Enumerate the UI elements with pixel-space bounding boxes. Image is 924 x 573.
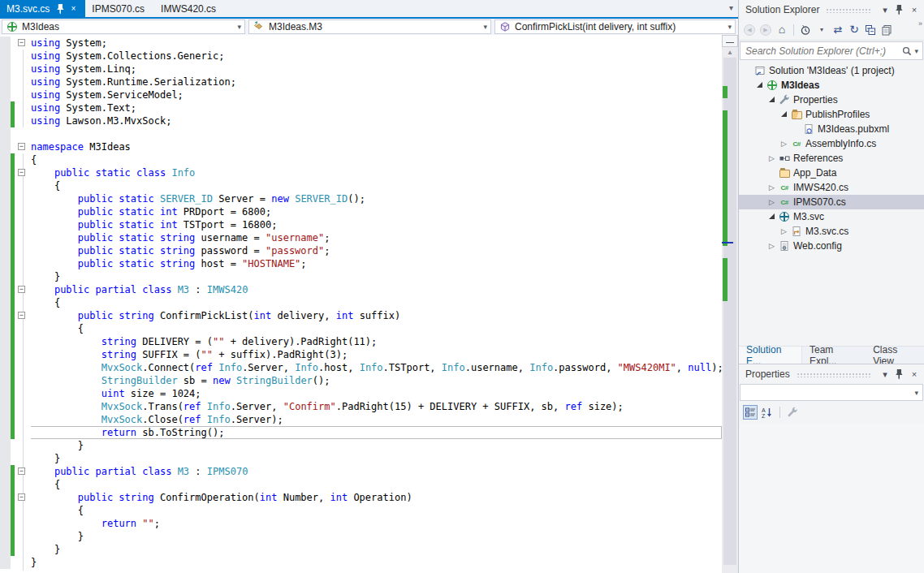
tree-item-m3ideas-pubxml[interactable]: M3Ideas.pubxml [739, 122, 924, 136]
categorized-icon[interactable] [743, 405, 758, 420]
close-icon[interactable]: × [67, 4, 79, 13]
history-chevron-icon[interactable]: ▾ [814, 23, 829, 37]
code-line[interactable]: string SUFFIX = ("" + suffix).PadRight(3… [0, 348, 722, 361]
code-line[interactable]: { [0, 322, 722, 335]
chevron-down-icon[interactable]: ▾ [480, 23, 487, 31]
code-line[interactable]: return ""; [0, 517, 722, 530]
code-line[interactable]: public static string password = "passwor… [0, 244, 722, 257]
pin-icon[interactable] [893, 4, 906, 15]
code-editor[interactable]: −using System;using System.Collections.G… [0, 35, 738, 573]
editor-scrollbar[interactable]: ▲ [722, 35, 738, 573]
tree-item-assemblyinfo-cs[interactable]: ▷C#AssemblyInfo.cs [739, 136, 924, 151]
expanded-arrow-icon[interactable] [766, 96, 777, 104]
document-well-chevron-icon[interactable]: ▾ [729, 3, 733, 12]
splitter-grip-icon[interactable] [722, 35, 738, 47]
expanded-arrow-icon[interactable] [779, 110, 789, 118]
collapsed-arrow-icon[interactable]: ▷ [766, 154, 777, 162]
expanded-arrow-icon[interactable] [754, 81, 765, 89]
tree-item-m3ideas[interactable]: M3Ideas [739, 78, 924, 93]
document-tab-m3-svc-cs[interactable]: M3.svc.cs× [0, 0, 85, 17]
navbar-combo-1[interactable]: M3Ideas▾ [2, 19, 245, 34]
tree-item-app-data[interactable]: App_Data [739, 166, 924, 180]
code-line[interactable]: −using System; [0, 37, 722, 50]
code-line[interactable] [0, 127, 722, 140]
close-icon[interactable]: × [908, 5, 921, 15]
code-line[interactable]: } [0, 270, 722, 283]
window-position-chevron-icon[interactable]: ▾ [879, 369, 892, 380]
code-line[interactable]: uint size = 1024; [0, 387, 722, 400]
refresh-icon[interactable]: ↻ [847, 23, 861, 37]
code-line[interactable]: using System.ServiceModel; [0, 88, 722, 101]
alphabetical-icon[interactable]: AZ [760, 405, 775, 420]
collapse-region-icon[interactable]: − [18, 467, 25, 475]
chevron-down-icon[interactable]: ▾ [234, 23, 241, 31]
tree-item-m3-svc-cs[interactable]: ▷M3.svc.cs [739, 224, 924, 239]
collapsed-arrow-icon[interactable]: ▷ [766, 198, 777, 206]
code-line[interactable]: using System.Linq; [0, 62, 722, 75]
code-line[interactable]: } [0, 452, 722, 465]
document-tab-imws420-cs[interactable]: IMWS420.cs [154, 0, 226, 17]
search-icon[interactable] [901, 45, 913, 57]
tree-item-web-config[interactable]: ▷Web.config [739, 239, 924, 253]
forward-icon[interactable]: ▶ [758, 23, 773, 37]
code-line[interactable]: { [0, 504, 722, 517]
code-line[interactable]: } [0, 530, 722, 543]
back-icon[interactable]: ◀ [742, 23, 757, 37]
collapse-region-icon[interactable]: − [18, 286, 25, 293]
document-tab-ipms070-cs[interactable]: IPMS070.cs [85, 0, 154, 17]
collapsed-arrow-icon[interactable]: ▷ [779, 140, 789, 148]
code-line[interactable]: − public string ConfirmOperation(int Num… [0, 491, 722, 504]
scroll-up-icon[interactable]: ▲ [722, 48, 738, 58]
expanded-arrow-icon[interactable] [766, 213, 777, 221]
code-line[interactable]: using System.Runtime.Serialization; [0, 75, 722, 88]
tree-item-m3-svc[interactable]: M3.svc [739, 209, 924, 224]
history-icon[interactable] [798, 23, 813, 37]
code-line[interactable]: public static SERVER_ID Server = new SER… [0, 192, 722, 205]
navbar-combo-2[interactable]: M3Ideas.M3▾ [248, 19, 491, 34]
code-line[interactable]: public static int PRDport = 6800; [0, 205, 722, 218]
search-chevron-icon[interactable]: ▾ [913, 47, 922, 55]
tool-tab-class-view[interactable]: Class View [866, 347, 924, 364]
copy-page-icon[interactable] [879, 23, 894, 37]
chevron-down-icon[interactable]: ▾ [724, 23, 732, 31]
pin-icon[interactable] [54, 3, 66, 15]
close-icon[interactable]: × [908, 369, 921, 379]
tree-item-references[interactable]: ▷References [739, 151, 924, 166]
collapsed-arrow-icon[interactable]: ▷ [766, 183, 777, 192]
code-line[interactable]: { [0, 296, 722, 309]
toolbar-overflow-icon[interactable]: » [918, 19, 922, 28]
code-line[interactable]: StringBuilder sb = new StringBuilder(); [0, 374, 722, 387]
collapsed-arrow-icon[interactable]: ▷ [779, 227, 789, 235]
code-line[interactable]: − public partial class M3 : IPMS070 [0, 465, 722, 478]
window-position-chevron-icon[interactable]: ▾ [879, 5, 892, 15]
collapsed-arrow-icon[interactable]: ▷ [766, 242, 777, 250]
code-line[interactable]: using Lawson.M3.MvxSock; [0, 114, 722, 127]
code-line[interactable]: MvxSock.Connect(ref Info.Server, Info.ho… [0, 361, 722, 374]
collapse-region-icon[interactable]: − [18, 143, 25, 150]
code-line[interactable]: − public partial class M3 : IMWS420 [0, 283, 722, 296]
code-line[interactable]: public static int TSTport = 16800; [0, 218, 722, 231]
collapse-all-icon[interactable] [863, 23, 878, 37]
collapse-region-icon[interactable]: − [18, 39, 25, 46]
code-area[interactable]: −using System;using System.Collections.G… [0, 37, 722, 569]
collapse-region-icon[interactable]: − [18, 312, 25, 319]
tree-item-ipms070-cs[interactable]: ▷C#IPMS070.cs [739, 195, 924, 209]
code-line[interactable]: } [0, 556, 722, 569]
code-line[interactable]: { [0, 153, 722, 166]
code-line[interactable]: using System.Text; [0, 101, 722, 114]
code-line[interactable]: MvxSock.Trans(ref Info.Server, "Confirm"… [0, 400, 722, 413]
code-line[interactable]: using System.Collections.Generic; [0, 50, 722, 62]
code-line[interactable]: } [0, 543, 722, 556]
tree-item-publishprofiles[interactable]: PublishProfiles [739, 107, 924, 122]
code-line[interactable]: string DELIVERY = ("" + delivery).PadRig… [0, 335, 722, 348]
property-pages-icon[interactable] [785, 405, 800, 420]
pin-icon[interactable] [893, 368, 906, 380]
code-line[interactable]: } [0, 439, 722, 452]
collapse-region-icon[interactable]: − [18, 169, 25, 176]
tree-item-solution-m3ideas-1-project-[interactable]: Solution 'M3Ideas' (1 project) [739, 63, 924, 78]
code-line[interactable]: { [0, 179, 722, 192]
tool-tab-solution-e-[interactable]: Solution E... [739, 347, 802, 364]
home-icon[interactable]: ⌂ [775, 23, 789, 37]
code-line[interactable]: { [0, 478, 722, 491]
navbar-combo-3[interactable]: ConfirmPickList(int delivery, int suffix… [494, 19, 736, 34]
